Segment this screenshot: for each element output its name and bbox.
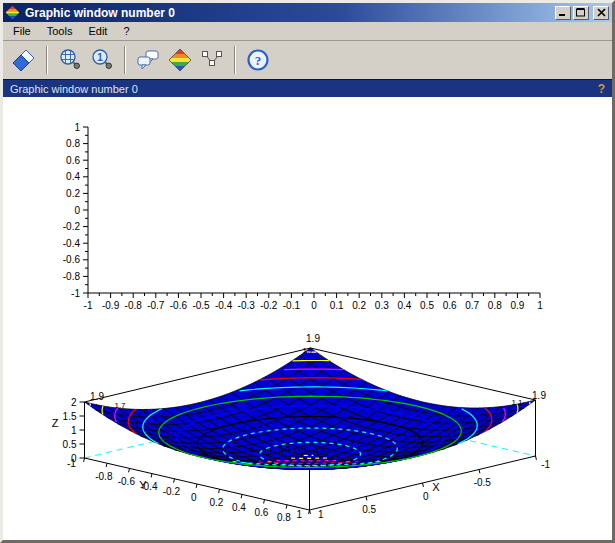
svg-text:-0.2: -0.2 [63,221,81,232]
help-icon: ? [246,48,270,72]
svg-text:-0.6: -0.6 [118,476,136,487]
svg-text:0.9: 0.9 [510,300,524,311]
svg-text:0: 0 [191,492,197,503]
app-icon [5,5,20,20]
toolbar-separator [124,46,126,74]
svg-text:1.3: 1.3 [297,447,309,456]
svg-text:1.5: 1.5 [137,407,149,416]
svg-text:0.8: 0.8 [488,300,502,311]
titlebar[interactable]: Graphic window number 0 [3,3,612,22]
svg-text:1.7: 1.7 [302,346,314,355]
svg-text:0.2: 0.2 [352,300,366,311]
toolbar-separator [46,46,48,74]
export-figure-button[interactable] [9,45,39,75]
surface-plot-3d: -1-0.8-0.6-0.4-0.200.20.40.60.8110.50-0.… [52,333,551,523]
svg-text:Y: Y [139,479,147,491]
initial-zoom-button[interactable]: 1 [87,45,117,75]
svg-text:0.4: 0.4 [232,502,246,513]
svg-text:-1: -1 [71,288,80,299]
svg-text:-0.9: -0.9 [102,300,120,311]
svg-text:-0.2: -0.2 [163,486,181,497]
menubar: File Tools Edit ? [3,22,612,40]
svg-text:-0.4: -0.4 [63,238,81,249]
minimize-icon [558,8,568,17]
ged-editor-button[interactable] [133,45,163,75]
svg-text:1.9: 1.9 [306,333,320,344]
svg-text:1.9: 1.9 [90,391,104,402]
toolbar: 1 [3,40,612,79]
minimize-button[interactable] [555,6,571,20]
infobar: Graphic window number 0 ? [3,79,612,97]
svg-text:-0.8: -0.8 [125,300,143,311]
menu-help[interactable]: ? [115,23,137,39]
svg-text:0.8: 0.8 [277,512,291,523]
svg-text:0.5: 0.5 [420,300,434,311]
export-icon [12,48,36,72]
window-controls [555,6,610,20]
svg-text:0: 0 [74,205,80,216]
svg-text:1.1: 1.1 [314,445,326,454]
close-button[interactable] [593,6,609,20]
svg-text:0: 0 [311,300,317,311]
svg-text:1.7: 1.7 [114,401,126,410]
svg-text:0.2: 0.2 [209,497,223,508]
svg-text:0.6: 0.6 [66,155,80,166]
svg-text:0: 0 [71,453,77,464]
menu-tools[interactable]: Tools [39,23,81,39]
svg-text:1: 1 [71,425,77,436]
window-title: Graphic window number 0 [24,6,551,20]
infobar-help[interactable]: ? [598,82,605,96]
speech-bubbles-icon [136,48,160,72]
svg-text:-0.1: -0.1 [283,300,301,311]
svg-text:1: 1 [537,300,543,311]
svg-text:-0.5: -0.5 [192,300,210,311]
svg-text:?: ? [255,53,262,68]
svg-text:0.4: 0.4 [66,171,80,182]
svg-text:1.1: 1.1 [511,398,523,407]
svg-text:0: 0 [423,491,429,502]
close-icon [597,8,606,17]
svg-text:0.7: 0.7 [465,300,479,311]
svg-text:0.1: 0.1 [330,300,344,311]
rotate-axes-icon [168,48,192,72]
svg-text:-1: -1 [84,300,93,311]
polyline-nodes-icon [200,48,224,72]
svg-text:-0.4: -0.4 [215,300,233,311]
zoom-area-button[interactable] [55,45,85,75]
plot-area[interactable]: -1-0.9-0.8-0.7-0.6-0.5-0.4-0.3-0.2-0.100… [3,97,612,542]
maximize-icon [576,8,586,17]
svg-text:1: 1 [74,122,80,133]
toolbar-separator [234,46,236,74]
scilab-graphic-window: Graphic window number 0 File Tools Edit … [0,0,615,543]
zoom-area-icon [58,48,82,72]
axes-2d: -1-0.9-0.8-0.7-0.6-0.5-0.4-0.3-0.2-0.100… [63,122,543,312]
svg-text:-0.3: -0.3 [238,300,256,311]
svg-text:-0.2: -0.2 [260,300,278,311]
svg-text:-1: -1 [541,459,550,470]
svg-text:2: 2 [71,397,77,408]
svg-text:-0.8: -0.8 [63,271,81,282]
initial-zoom-icon: 1 [90,48,114,72]
help-button[interactable]: ? [243,45,273,75]
svg-text:0.4: 0.4 [397,300,411,311]
svg-text:0.5: 0.5 [362,504,376,515]
svg-text:0.6: 0.6 [254,507,268,518]
svg-text:1.9: 1.9 [243,445,255,454]
infobar-text: Graphic window number 0 [10,83,138,95]
menu-edit[interactable]: Edit [80,23,115,39]
svg-text:Z: Z [52,417,59,429]
svg-text:0.2: 0.2 [66,188,80,199]
data-editor-button[interactable] [197,45,227,75]
graphics-canvas[interactable]: -1-0.9-0.8-0.7-0.6-0.5-0.4-0.3-0.2-0.100… [3,97,612,540]
maximize-button[interactable] [573,6,589,20]
svg-text:0.5: 0.5 [63,439,77,450]
svg-text:-0.5: -0.5 [474,477,492,488]
svg-text:0.3: 0.3 [375,300,389,311]
svg-text:0.8: 0.8 [66,138,80,149]
svg-text:-0.6: -0.6 [63,254,81,265]
svg-text:1.5: 1.5 [279,444,291,453]
rotate-axes-button[interactable] [165,45,195,75]
menu-file[interactable]: File [5,23,39,39]
svg-text:1: 1 [318,509,324,520]
svg-text:1.5: 1.5 [63,411,77,422]
